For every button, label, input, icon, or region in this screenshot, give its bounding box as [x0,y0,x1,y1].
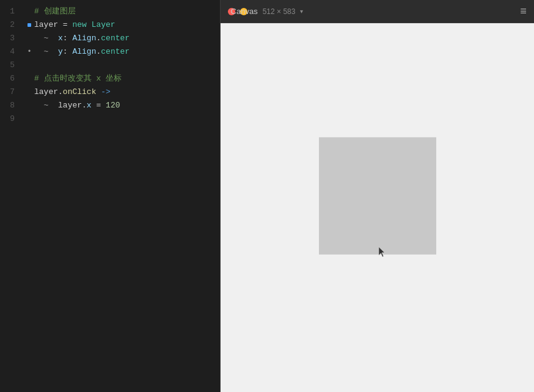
line-number-9: 9 [0,112,24,126]
line-number-4: 4 [0,45,24,59]
line-content-5 [34,59,39,72]
code-line-1: 1 # 创建图层 [0,5,220,18]
line-number-5: 5 [0,59,24,72]
canvas-dimensions: 512 × 583 [263,7,296,16]
line-content-8: ~ layer.x = 120 [34,99,120,112]
canvas-panel: Canvas 512 × 583 ▾ ≡ [220,0,534,392]
code-line-7: 7 layer.onClick -> [0,85,220,99]
line-indicator-4: • [24,45,34,59]
code-line-3: 3 ~ x: Align.center [0,32,220,45]
code-line-4: 4 • ~ y: Align.center [0,45,220,59]
line-number-3: 3 [0,32,24,45]
editor-panel: 1 # 创建图层 2 layer = new Layer 3 ~ x: Alig… [0,0,220,392]
breakpoint-dot-2 [27,23,31,27]
line-number-8: 8 [0,99,24,112]
chevron-down-icon[interactable]: ▾ [300,8,303,15]
line-content-6: # 点击时改变其 x 坐标 [34,72,122,85]
line-number-7: 7 [0,85,24,99]
canvas-titlebar: Canvas 512 × 583 ▾ ≡ [221,0,534,23]
code-line-6: 6 # 点击时改变其 x 坐标 [0,72,220,85]
canvas-layer[interactable] [319,137,436,255]
line-content-9 [34,112,39,126]
code-line-9: 9 [0,112,220,126]
canvas-viewport[interactable] [221,23,534,392]
code-line-5: 5 [0,59,220,72]
code-line-2: 2 layer = new Layer [0,18,220,32]
line-content-4: ~ y: Align.center [34,45,130,59]
canvas-title: Canvas [231,7,258,16]
line-content-7: layer.onClick -> [34,85,111,99]
menu-icon[interactable]: ≡ [520,5,527,18]
line-number-2: 2 [0,18,24,32]
line-content-2: layer = new Layer [34,18,115,32]
line-indicator-2 [24,23,34,27]
canvas-title-group: Canvas 512 × 583 ▾ [231,7,304,16]
line-content-1: # 创建图层 [34,5,76,18]
line-number-6: 6 [0,72,24,85]
code-area: 1 # 创建图层 2 layer = new Layer 3 ~ x: Alig… [0,0,220,126]
line-number-1: 1 [0,5,24,18]
line-content-3: ~ x: Align.center [34,32,130,45]
code-line-8: 8 ~ layer.x = 120 [0,99,220,112]
